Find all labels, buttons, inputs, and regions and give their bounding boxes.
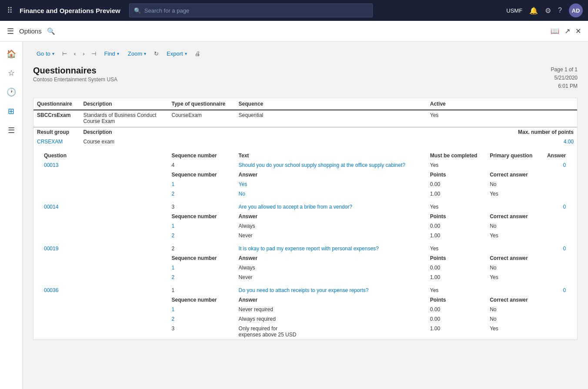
q3a1-pts: 0.00 [427, 263, 486, 273]
q1-must: Yes [427, 160, 486, 170]
q2a2-ans: Never [235, 231, 427, 240]
q4ah-3: Sequence number [168, 295, 235, 305]
external-link-icon[interactable]: ↗ [565, 27, 570, 35]
q2ah-8 [569, 212, 577, 221]
bell-icon[interactable]: 🔔 [529, 7, 538, 15]
table-row: SBCCrsExam Standards of Business Conduct… [33, 110, 577, 127]
q1a1-e1 [541, 180, 569, 189]
rg-col5 [427, 127, 486, 137]
sidebar-recent-icon[interactable]: 🕐 [3, 83, 20, 101]
q4a3-correct: Yes [486, 324, 541, 339]
export-button[interactable]: Export ▾ [163, 49, 190, 59]
q3a1-correct: No [486, 263, 541, 273]
q3-answer: 0 [541, 244, 569, 253]
nav-last-button[interactable]: ⊣ [89, 49, 99, 59]
search-input[interactable] [144, 7, 368, 14]
col-active: Active [427, 98, 486, 110]
sidebar-table-icon[interactable]: ⊞ [3, 103, 20, 120]
q2a1-correct: No [486, 221, 541, 231]
q1-primary [486, 160, 541, 170]
q1ah-7 [541, 170, 569, 180]
q4-primary [486, 286, 541, 295]
q3a1-e1 [541, 263, 569, 273]
zoom-arrow-icon: ▾ [144, 51, 146, 56]
q1a2-e2 [569, 189, 577, 199]
col-description: Description [80, 98, 168, 110]
gear-icon[interactable]: ⚙ [545, 7, 551, 15]
q3a2-ans: Never [235, 273, 427, 282]
q4ah-1 [33, 295, 80, 305]
q4-e2 [569, 286, 577, 295]
q4a1-correct: No [486, 305, 541, 314]
options-search-icon[interactable]: 🔍 [47, 27, 55, 35]
q2ah-3: Sequence number [168, 212, 235, 221]
q3a2-seq: 2 [168, 273, 235, 282]
q3a2-2 [80, 273, 168, 282]
hamburger-icon[interactable]: ☰ [7, 27, 14, 36]
options-title: Options [19, 27, 42, 35]
q4a2-seq: 2 [168, 314, 235, 324]
nav-prev-button[interactable]: ‹ [71, 49, 78, 59]
q1ah-6: Correct answer [486, 170, 541, 180]
grid-icon[interactable]: ⠿ [5, 4, 14, 17]
q1-a1-row: 1 Yes 0.00 No [33, 180, 577, 189]
q2-e2 [569, 202, 577, 212]
q3a1-1 [33, 263, 80, 273]
q3-row: 00019 2 It is okay to pad my expense rep… [33, 244, 577, 253]
find-label: Find [104, 50, 115, 57]
avatar[interactable]: AD [569, 3, 583, 17]
q2-must: Yes [427, 202, 486, 212]
q3a1-seq: 1 [168, 263, 235, 273]
sidebar-star-icon[interactable]: ☆ [3, 64, 20, 82]
result-group-header-row: Result group Description Max. number of … [33, 127, 577, 137]
qh-col4: Text [235, 151, 427, 160]
q2-answer: 0 [541, 202, 569, 212]
goto-label: Go to [37, 50, 50, 57]
q1a2-ans: No [235, 189, 427, 199]
qh-col5: Must be completed [427, 151, 486, 160]
q2a1-e1 [541, 221, 569, 231]
q4-ans-header: Sequence number Answer Points Correct an… [33, 295, 577, 305]
q3a1-ans: Always [235, 263, 427, 273]
help-icon[interactable]: ? [558, 7, 562, 14]
q2a2-2 [80, 231, 168, 240]
q4a2-correct: No [486, 314, 541, 324]
nav-next-button[interactable]: › [80, 49, 87, 59]
q2ah-5: Points [427, 212, 486, 221]
q3ah-1 [33, 253, 80, 263]
q1ah-8 [569, 170, 577, 180]
sidebar-home-icon[interactable]: 🏠 [3, 45, 20, 63]
q4-row: 00036 1 Do you need to attach receipts t… [33, 286, 577, 295]
q3-seq: 2 [168, 244, 235, 253]
goto-button[interactable]: Go to ▾ [33, 49, 58, 59]
q4a3-pts: 1.00 [427, 324, 486, 339]
q1a2-e1 [541, 189, 569, 199]
close-icon[interactable]: ✕ [575, 27, 581, 35]
print-button[interactable]: 🖨 [192, 49, 203, 59]
book-icon[interactable]: 📖 [551, 27, 559, 35]
qh-col1: Question [33, 151, 80, 160]
q1a2-1 [33, 189, 80, 199]
refresh-button[interactable]: ↻ [151, 49, 161, 59]
find-button[interactable]: Find ▾ [100, 49, 122, 59]
q2-ans-header: Sequence number Answer Points Correct an… [33, 212, 577, 221]
q4a3-e1 [541, 324, 569, 339]
nav-first-button[interactable]: ⊢ [60, 49, 70, 59]
result-group-data-row: CRSEXAM Course exam 4.00 [33, 137, 577, 146]
q1-text: Should you do your school supply shoppin… [235, 160, 427, 170]
export-arrow-icon: ▾ [185, 51, 187, 56]
q2a1-2 [80, 221, 168, 231]
q1ah-2 [80, 170, 168, 180]
q4-e [80, 286, 168, 295]
sidebar-list-icon[interactable]: ☰ [3, 122, 20, 139]
q4a2-ans: Always required [235, 314, 427, 324]
search-bar[interactable]: 🔍 [129, 3, 373, 17]
q1-a2-row: 2 No 1.00 Yes [33, 189, 577, 199]
zoom-button[interactable]: Zoom ▾ [124, 49, 150, 59]
report-header: Questionnaires Contoso Entertainment Sys… [33, 66, 578, 91]
left-sidebar: 🏠 ☆ 🕐 ⊞ ☰ [0, 42, 23, 389]
q3-a1-row: 1 Always 0.00 No [33, 263, 577, 273]
q2-e [80, 202, 168, 212]
q1-seq: 4 [168, 160, 235, 170]
rg-d4 [235, 137, 427, 146]
